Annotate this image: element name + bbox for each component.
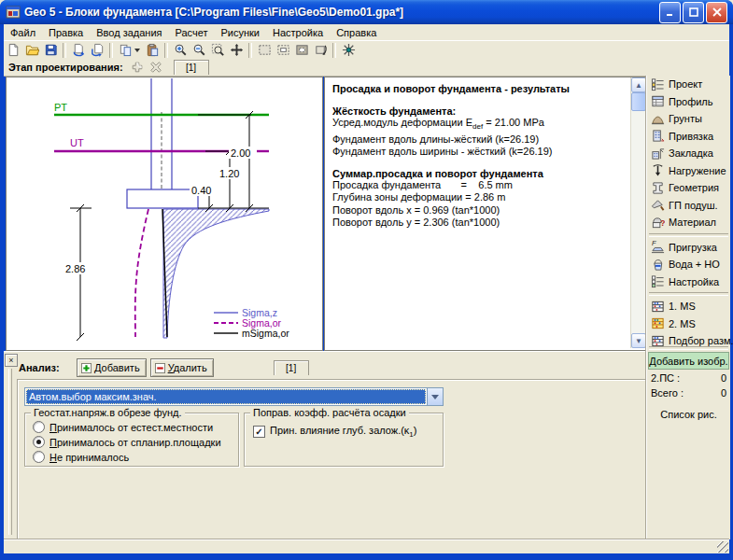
analysis-tab-1[interactable]: [1] — [274, 360, 309, 375]
profile-icon — [651, 94, 666, 108]
dim-2-00: 2.00 — [231, 147, 250, 159]
sidebar-item-грунты[interactable]: Грунты — [647, 110, 730, 128]
picture-list-button[interactable]: Список рис. — [647, 409, 730, 420]
radio-option-3[interactable]: Не принималось — [33, 451, 129, 463]
toolbar-separator — [248, 43, 252, 58]
add-stage-icon[interactable] — [129, 60, 146, 75]
sidebar-item-геометрия[interactable]: Геометрия — [647, 179, 730, 197]
rotation-x-line: Поворот вдоль x = 0.969 (tan*1000) — [332, 204, 626, 217]
app-icon — [6, 5, 21, 20]
legend-label: mSigma,or — [242, 328, 289, 339]
sidebar-item-2-ms[interactable]: 2. MS — [647, 315, 730, 333]
sidebar-item-закладка[interactable]: Закладка — [647, 145, 730, 162]
resize-grip[interactable] — [717, 541, 728, 553]
scroll-up-icon[interactable]: ▲ — [631, 77, 646, 92]
menu-расчет[interactable]: Расчет — [169, 26, 215, 39]
menu-рисунки[interactable]: Рисунки — [215, 26, 267, 39]
minimize-button[interactable] — [659, 2, 681, 23]
select-region-icon[interactable] — [292, 42, 311, 59]
stage-label: Этап проектирования: — [4, 62, 129, 73]
close-button[interactable] — [706, 2, 727, 23]
sidebar-item-1-ms[interactable]: 1. MS — [647, 298, 730, 315]
pan-icon[interactable] — [227, 42, 246, 59]
paste-icon[interactable] — [143, 42, 162, 59]
menu-настройка[interactable]: Настройка — [266, 26, 330, 39]
rotation-y-line: Поворот вдоль y = 2.306 (tan*1000) — [332, 217, 626, 230]
results-scrollbar[interactable]: ▲ ▼ — [630, 77, 646, 348]
run-analysis-icon[interactable] — [69, 42, 88, 59]
diagram-legend: Sigma,zSigma,ormSigma,or — [214, 307, 289, 339]
zoom-in-icon[interactable] — [171, 42, 190, 59]
svg-text:F: F — [652, 240, 656, 247]
menu-справка[interactable]: Справка — [330, 26, 383, 39]
add-picture-button[interactable]: Добавить изобр. — [648, 352, 729, 370]
sidebar-item-материал[interactable]: ?Материал — [647, 214, 730, 231]
select-frame-icon[interactable] — [255, 42, 274, 59]
results-panel[interactable]: Просадка и поворот фундамента - результа… — [324, 77, 647, 351]
sidebar-item-гп-подуш-[interactable]: ГП подуш. — [647, 197, 730, 215]
sidebar-item-профиль[interactable]: Профиль — [647, 93, 730, 111]
embedment-icon — [651, 147, 666, 161]
max-value-combobox[interactable]: Автом.выбор максим.знач. — [24, 387, 444, 406]
analysis-label: Анализ: — [19, 362, 77, 373]
toolbar-separator — [164, 43, 168, 58]
settlement-line: Просадка фундамента = 6.5 mm — [332, 179, 626, 192]
save-file-icon[interactable] — [41, 42, 60, 59]
counter-label: Всего : — [651, 387, 684, 399]
rotate-view-icon[interactable] — [311, 42, 330, 59]
analysis-icon — [651, 300, 666, 314]
open-file-icon[interactable] — [22, 42, 41, 59]
svg-text:PT: PT — [54, 102, 67, 113]
combobox-dropdown-icon[interactable] — [427, 388, 443, 405]
analysis-settings-container: Автом.выбор максим.знач. Геостат.напряж.… — [17, 379, 646, 540]
scroll-down-icon[interactable]: ▼ — [631, 333, 646, 348]
radio-option-1[interactable]: Принималось от естест.местности — [33, 421, 213, 433]
sidebar-item-label: 1. MS — [669, 301, 696, 312]
drawing-panel[interactable]: PT UT — [6, 77, 323, 351]
group2-title: Поправ. коэфф. расчёта осадки — [250, 407, 409, 418]
scrollbar-thumb[interactable] — [631, 92, 646, 111]
settings-icon — [651, 274, 666, 288]
plus-icon — [81, 363, 92, 373]
depth-influence-checkbox[interactable]: ✓ Прин. влияние глуб. залож.(κ1) — [253, 425, 416, 439]
menu-файл[interactable]: Файл — [4, 26, 42, 39]
zoom-out-icon[interactable] — [190, 42, 208, 59]
dropdown-caret-icon[interactable] — [134, 49, 140, 52]
menu-ввод-задания[interactable]: Ввод задания — [90, 26, 168, 39]
remove-stage-icon[interactable] — [148, 60, 164, 75]
application-window: Geo 5 - Блоки фундамента [C:\Program Fil… — [0, 0, 733, 560]
redraw-icon[interactable] — [339, 42, 358, 59]
panel-grip[interactable] — [8, 369, 12, 535]
close-panel-icon[interactable]: × — [5, 354, 18, 367]
zoom-extents-icon[interactable] — [208, 42, 227, 59]
width-stiffness-line: Фундамент вдоль ширины - жёсткий (k=26.1… — [332, 146, 626, 159]
sidebar-item-label: Привязка — [669, 131, 713, 142]
radio-label: Принималось от естест.местности — [49, 422, 213, 433]
water-icon — [651, 258, 666, 272]
sidebar-item-привязка[interactable]: Привязка — [647, 128, 730, 146]
sidebar-item-нагружение[interactable]: Нагружение — [647, 162, 730, 180]
picture-counter-row: Всего :0 — [647, 385, 730, 399]
sidebar-item-пригрузка[interactable]: FПригрузка — [647, 239, 730, 257]
counter-value: 0 — [721, 372, 726, 384]
sidebar-item-настройка[interactable]: Настройка — [647, 273, 730, 291]
radio-option-2[interactable]: Принималось от спланир.площадки — [33, 436, 221, 448]
sidebar-divider — [649, 233, 728, 237]
add-analysis-button[interactable]: Добавить — [77, 358, 147, 377]
select-window-icon[interactable] — [274, 42, 292, 59]
new-file-icon[interactable] — [4, 42, 22, 59]
dim-1-20: 1.20 — [219, 168, 239, 179]
sidebar-item-проект[interactable]: Проект — [647, 76, 730, 93]
stage-tab-1[interactable]: [1] — [174, 60, 209, 75]
run-all-analyses-icon[interactable] — [88, 42, 106, 59]
maximize-button[interactable] — [683, 2, 704, 23]
copy-picture-icon[interactable] — [116, 42, 134, 59]
sidebar-item-вода-но[interactable]: Вода + НО — [647, 256, 730, 273]
counter-label: 2.ПС : — [651, 372, 680, 384]
menu-правка[interactable]: Правка — [42, 26, 90, 39]
project-icon — [651, 77, 666, 91]
sidebar-item-label: Профиль — [669, 96, 713, 107]
stiffness-heading: Жёсткость фундамента: — [332, 105, 626, 117]
title-bar[interactable]: Geo 5 - Блоки фундамента [C:\Program Fil… — [0, 0, 733, 24]
delete-analysis-button[interactable]: Удалить — [150, 358, 214, 377]
